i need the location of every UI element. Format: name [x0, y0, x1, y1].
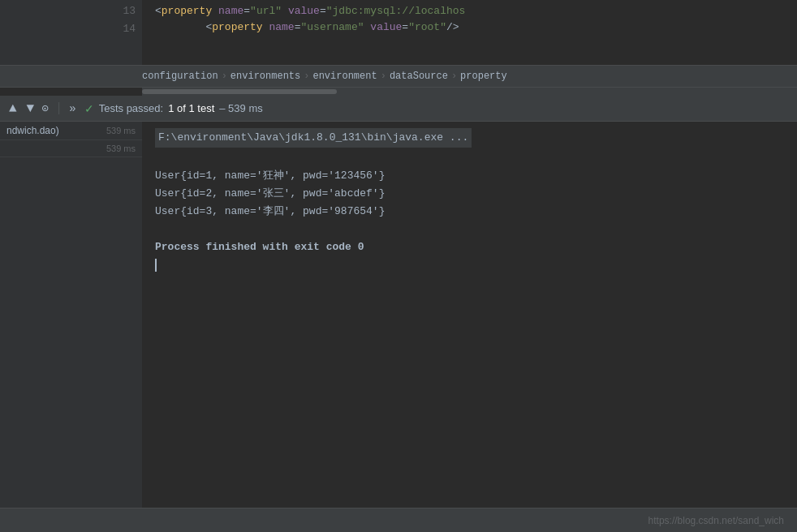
breadcrumb-property[interactable]: property — [460, 71, 507, 82]
console-java-path-line: F:\environment\Java\jdk1.8.0_131\bin\jav… — [155, 128, 784, 149]
code-line-14: <property name="username" value="root"/> — [155, 19, 797, 36]
console-exit-line: Process finished with exit code 0 — [155, 238, 784, 256]
test-status: ✓ Tests passed: 1 of 1 test – 539 ms — [84, 102, 263, 115]
editor-top: 13 14 <property name="url" value="jdbc:m… — [0, 0, 797, 65]
test-item-name-1: ndwich.dao) — [6, 125, 103, 136]
line-num-14: 14 — [123, 21, 136, 37]
breadcrumb: configuration › environments › environme… — [142, 71, 507, 82]
check-icon: ✓ — [84, 102, 94, 115]
watermark-text: https://blog.csdn.net/sand_wich — [648, 515, 784, 526]
scrollbar-thumb[interactable] — [142, 89, 337, 94]
bracket-open-13: < — [155, 5, 162, 17]
breadcrumb-configuration[interactable]: configuration — [142, 71, 218, 82]
up-button[interactable]: ▲ — [6, 101, 19, 117]
breadcrumb-sep-4: › — [451, 71, 457, 82]
tests-count: 1 of 1 test — [168, 102, 214, 114]
tag-property-13: property — [162, 5, 212, 17]
down-button[interactable]: ▼ — [24, 101, 37, 117]
toolbar-separator: | — [55, 101, 63, 116]
breadcrumb-bar: configuration › environments › environme… — [0, 65, 797, 88]
horizontal-scrollbar[interactable] — [142, 88, 797, 96]
tests-passed-label: Tests passed: — [99, 102, 164, 114]
left-test-panel: ndwich.dao) 539 ms 539 ms — [0, 122, 142, 532]
bottom-bar: https://blog.csdn.net/sand_wich — [0, 508, 797, 532]
test-item-1[interactable]: ndwich.dao) 539 ms — [0, 122, 142, 140]
breadcrumb-environment[interactable]: environment — [312, 71, 377, 82]
java-path-text: F:\environment\Java\jdk1.8.0_131\bin\jav… — [155, 128, 472, 148]
test-item-time-1: 539 ms — [106, 126, 136, 135]
console-blank-1 — [155, 149, 784, 167]
breadcrumb-sep-3: › — [381, 71, 386, 82]
editor-content: <property name="url" value="jdbc:mysql:/… — [142, 0, 797, 65]
code-line-13: <property name="url" value="jdbc:mysql:/… — [155, 3, 797, 19]
test-toolbar: ▲ ▼ ⊙ | » ✓ Tests passed: 1 of 1 test – … — [0, 96, 797, 122]
breadcrumb-datasource[interactable]: dataSource — [390, 71, 448, 82]
breadcrumb-sep-1: › — [222, 71, 227, 82]
line-numbers: 13 14 — [0, 0, 142, 65]
test-item-2[interactable]: 539 ms — [0, 140, 142, 157]
console-cursor-line — [155, 256, 784, 274]
test-item-time-2: 539 ms — [106, 144, 136, 153]
console-blank-2 — [155, 221, 784, 238]
tests-duration: – 539 ms — [219, 102, 262, 114]
expand-button[interactable]: » — [69, 102, 75, 115]
console-user-2: User{id=2, name='张三', pwd='abcdef'} — [155, 185, 784, 203]
search-button[interactable]: ⊙ — [41, 101, 48, 115]
console-user-1: User{id=1, name='狂神', pwd='123456'} — [155, 167, 784, 185]
cursor-bar — [155, 259, 157, 272]
console-output: F:\environment\Java\jdk1.8.0_131\bin\jav… — [142, 122, 797, 508]
line-num-13: 13 — [123, 3, 136, 19]
console-user-3: User{id=3, name='李四', pwd='987654'} — [155, 203, 784, 221]
breadcrumb-sep-2: › — [304, 71, 309, 82]
breadcrumb-environments[interactable]: environments — [230, 71, 300, 82]
